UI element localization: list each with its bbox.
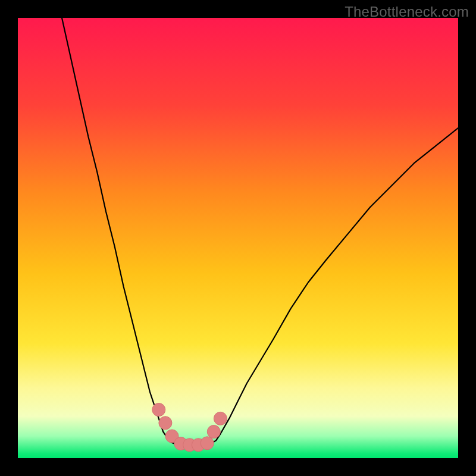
watermark-text: TheBottleneck.com xyxy=(345,4,469,20)
chart-frame: TheBottleneck.com xyxy=(0,0,476,476)
marker-dot xyxy=(201,437,214,450)
marker-dot xyxy=(214,412,227,425)
curve-layer xyxy=(18,18,458,458)
plot-area xyxy=(18,18,458,458)
bottleneck-curve xyxy=(62,18,458,445)
marker-dot xyxy=(152,403,165,416)
marker-dot xyxy=(207,425,220,439)
marker-dot xyxy=(159,416,172,430)
curve-markers xyxy=(152,403,227,452)
